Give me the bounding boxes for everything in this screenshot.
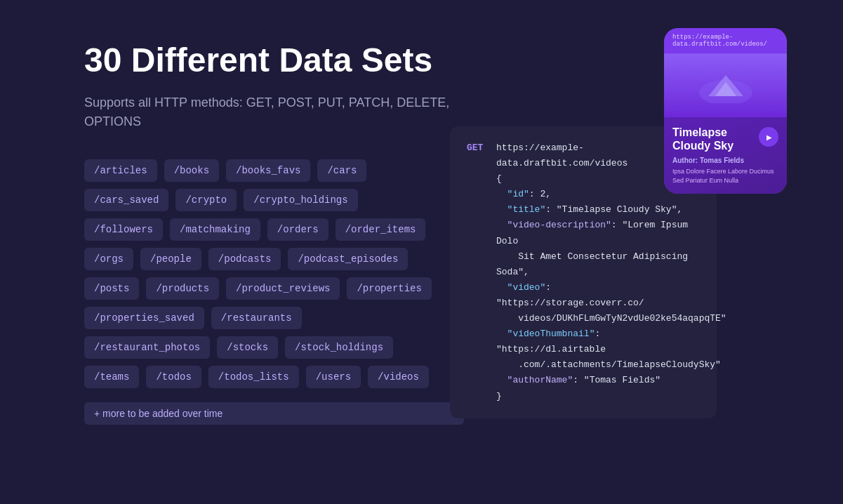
code-video-desc-1: "video-description": "Lorem Ipsum Dolo [496,218,700,248]
author-desc: Ipsa Dolore Facere Labore Ducimus Sed Pa… [672,167,778,185]
tag-item[interactable]: /properties [347,277,431,300]
tag-item[interactable]: /cars_saved [84,189,168,211]
tag-row: /orgs/people/podcasts/podcast_episodes [84,248,464,270]
tag-item[interactable]: /followers [84,218,163,241]
phone-card: https://example-data.draftbit.com/videos… [664,28,787,194]
code-thumbnail-1: "videoThumbnail": "https://dl.airtable [496,326,700,357]
author-label: Author: Tomas Fields [672,157,778,164]
video-title-row: Timelapse Cloudy Sky [672,126,778,152]
phone-thumbnail [664,54,787,117]
tag-row: /properties_saved/restaurants [84,307,464,329]
play-button[interactable] [759,127,778,147]
tag-row: /teams/todos/todos_lists/users/videos [84,366,464,388]
tag-row: /posts/products/product_reviews/properti… [84,277,464,300]
tag-item[interactable]: /restaurants [211,307,302,329]
tag-row: /followers/matchmaking/orders/order_item… [84,218,464,241]
tag-item[interactable]: /restaurant_photos [84,336,210,359]
code-title: "title": "Timelapse Cloudy Sky", [496,202,700,218]
tag-item[interactable]: /stock_holdings [285,336,393,359]
tag-row: /restaurant_photos/stocks/stock_holdings [84,336,464,359]
code-close-brace: } [496,389,700,404]
tag-item[interactable]: /product_reviews [226,277,340,300]
subtitle: Supports all HTTP methods: GET, POST, PU… [84,93,464,131]
tag-item[interactable]: /teams [84,366,139,388]
tag-item[interactable]: /orders [267,218,328,241]
tag-item[interactable]: /orgs [84,248,133,270]
tag-item[interactable]: /people [140,248,201,270]
phone-content: Timelapse Cloudy Sky Author: Tomas Field… [664,117,787,194]
tag-item[interactable]: /crypto [175,189,237,211]
code-video-2: videos/DUKhFLmGwTyN2vdUe02ke54aqapqTE" [496,311,700,326]
tag-item[interactable]: /crypto_holdings [244,189,357,211]
tags-container: /articles/books/books_favs/cars/cars_sav… [84,159,464,388]
video-title: Timelapse Cloudy Sky [672,126,753,152]
phone-url-bar: https://example-data.draftbit.com/videos… [664,28,787,54]
tag-item[interactable]: /books_favs [226,159,310,182]
tag-item[interactable]: /todos_lists [208,366,299,388]
tag-row: /articles/books/books_favs/cars [84,159,464,182]
code-thumbnail-2: .com/.attachments/TimelapseCloudySky" [496,357,700,373]
code-author: "authorName": "Tomas Fields" [496,373,700,388]
tag-item[interactable]: /users [306,366,361,388]
tag-item[interactable]: /articles [84,159,157,182]
right-section: https://example-data.draftbit.com/videos… [492,42,787,476]
tag-item[interactable]: /properties_saved [84,307,204,329]
code-body: { "id": 2, "title": "Timelapse Cloudy Sk… [467,171,700,404]
tag-item[interactable]: /order_items [336,218,426,241]
http-method: GET [467,140,488,171]
left-section: 30 Different Data Sets Supports all HTTP… [84,42,492,476]
tag-item[interactable]: /podcasts [208,248,281,270]
tag-item[interactable]: /products [146,277,219,300]
page-container: 30 Different Data Sets Supports all HTTP… [0,0,843,504]
tag-item[interactable]: /videos [368,366,429,388]
main-title: 30 Different Data Sets [84,42,464,79]
mountain-icon [698,68,754,103]
tag-item[interactable]: /todos [146,366,201,388]
tag-row: /cars_saved/crypto/crypto_holdings [84,189,464,211]
code-video-1: "video": "https://storage.coverr.co/ [496,280,700,311]
tag-item[interactable]: /matchmaking [170,218,260,241]
tag-item[interactable]: /cars [317,159,366,182]
tag-item[interactable]: /stocks [217,336,278,359]
tag-item[interactable]: /posts [84,277,139,300]
tag-item[interactable]: /books [164,159,219,182]
code-video-desc-2: Sit Amet Consectetur Adipiscing Soda", [496,249,700,280]
more-tags-label: + more to be added over time [84,402,464,425]
tag-item[interactable]: /podcast_episodes [288,248,408,270]
